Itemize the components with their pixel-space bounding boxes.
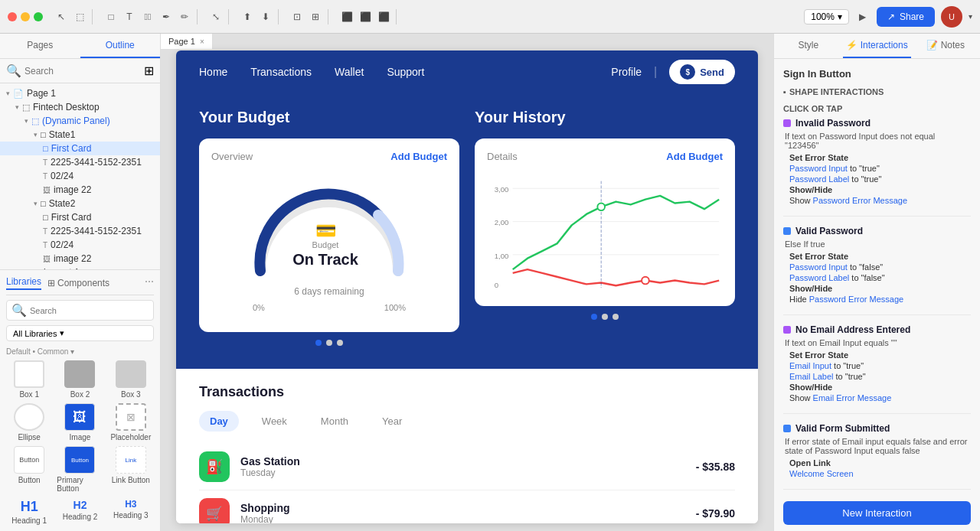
page-icon: 📄 xyxy=(13,89,24,99)
page-tab-close-icon[interactable]: × xyxy=(200,37,204,46)
libraries-tab[interactable]: Libraries xyxy=(6,276,41,290)
tree-item-date-1[interactable]: T 02/24 xyxy=(0,169,160,183)
svg-text:On Track: On Track xyxy=(292,251,358,268)
tree-item-first-card-1[interactable]: □ First Card xyxy=(0,142,160,155)
nav-transactions[interactable]: Transactions xyxy=(250,66,312,78)
invalid-password-badge xyxy=(783,119,791,127)
history-dot-3 xyxy=(612,314,619,320)
nav-profile[interactable]: Profile xyxy=(611,66,642,78)
pen-icon[interactable]: ✒ xyxy=(158,9,174,24)
gauge-container: 💳 Budget On Track 6 days remaining 0% 10… xyxy=(211,171,447,320)
tree-item-page1[interactable]: ▾ 📄 Page 1 xyxy=(0,86,160,100)
right-panel: Style ⚡ Interactions 📝 Notes Sign In But… xyxy=(773,34,980,531)
play-icon[interactable]: ▶ xyxy=(855,9,871,24)
lib-item-placeholder[interactable]: ⊠ Placeholder xyxy=(108,403,154,441)
invalid-password-action-1: Set Error State xyxy=(783,153,971,162)
notes-tab[interactable]: 📝 Notes xyxy=(911,34,980,58)
send-button[interactable]: $ Send xyxy=(669,60,735,84)
tree-item-card-number-1[interactable]: T 2225-3441-5152-2351 xyxy=(0,155,160,169)
tree-item-image-1[interactable]: 🖼 image 22 xyxy=(0,183,160,197)
search-input[interactable] xyxy=(24,66,141,77)
lib-dropdown-arrow-icon: ▾ xyxy=(60,328,64,338)
tree-item-date-2[interactable]: T 02/24 xyxy=(0,238,160,252)
lib-item-primary-button[interactable]: Button Primary Button xyxy=(57,446,103,493)
lib-search-input[interactable] xyxy=(30,306,149,315)
user-avatar[interactable]: U xyxy=(941,6,962,28)
zoom-icon[interactable]: ⊞ xyxy=(308,9,323,24)
tab-week[interactable]: Week xyxy=(251,411,298,432)
history-card-label: Details xyxy=(487,151,518,162)
tool-group-misc: ⬛ ⬛ ⬛ xyxy=(335,9,397,24)
heading1-item[interactable]: H1 Heading 1 xyxy=(6,499,52,525)
h3-label: Heading 3 xyxy=(113,511,149,520)
placeholder-preview: ⊠ xyxy=(116,403,146,431)
pencil-icon[interactable]: ✏ xyxy=(177,9,192,24)
budget-add-action[interactable]: Add Budget xyxy=(390,151,447,162)
rectangle-icon[interactable]: □ xyxy=(103,9,119,24)
lib-item-image[interactable]: 🖼 Image xyxy=(57,403,103,441)
filter-icon[interactable]: ⊞ xyxy=(144,64,154,78)
tree-item-dynamic-panel[interactable]: ▾ ⬚ (Dynamic Panel) xyxy=(0,114,160,128)
zoom-selector[interactable]: 100% ▾ xyxy=(804,9,849,24)
tab-month[interactable]: Month xyxy=(310,411,359,432)
budget-title: Your Budget xyxy=(199,109,459,126)
lib-dropdown[interactable]: All Libraries ▾ xyxy=(6,325,154,341)
box1-label: Box 1 xyxy=(19,390,39,399)
maximize-dot[interactable] xyxy=(34,12,43,21)
text-icon[interactable]: T xyxy=(122,9,137,24)
transaction-name-2: Shopping xyxy=(240,502,696,514)
app-navbar: Home Transactions Wallet Support Profile… xyxy=(176,50,758,93)
nav-links: Home Transactions Wallet Support xyxy=(199,66,424,78)
page-tab[interactable]: Page 1 × xyxy=(161,34,213,49)
transaction-icon-1: ⛽ xyxy=(199,451,230,482)
lib-item-link-button[interactable]: Link Link Button xyxy=(108,446,154,493)
tree-label-fintech: Fintech Desktop xyxy=(33,102,100,112)
pages-tab[interactable]: Pages xyxy=(0,34,80,58)
interactions-tab[interactable]: ⚡ Interactions xyxy=(843,34,912,58)
heading3-item[interactable]: H3 Heading 3 xyxy=(108,499,154,525)
text-icon-3: T xyxy=(43,227,47,236)
align-top-icon[interactable]: ⬆ xyxy=(240,9,255,24)
close-dot[interactable] xyxy=(8,12,17,21)
share-button[interactable]: ↗ Share xyxy=(877,7,935,27)
tree-item-state2[interactable]: ▾ □ State2 xyxy=(0,197,160,210)
lib-item-box1[interactable]: Box 1 xyxy=(6,360,52,399)
tree-item-state1[interactable]: ▾ □ State1 xyxy=(0,128,160,142)
align-center-icon[interactable]: ⬇ xyxy=(258,9,273,24)
new-interaction-button[interactable]: New Interaction xyxy=(783,501,971,525)
tool-group-select: ↖ ⬚ xyxy=(49,9,93,24)
heading2-item[interactable]: H2 Heading 2 xyxy=(57,499,103,525)
lib-item-box3[interactable]: Box 3 xyxy=(108,360,154,399)
row-icon[interactable]: ⬛ xyxy=(358,9,373,24)
lib-item-ellipse[interactable]: Ellipse xyxy=(6,403,52,441)
tree-item-fintech[interactable]: ▾ ⬚ Fintech Desktop xyxy=(0,100,160,114)
history-add-action[interactable]: Add Budget xyxy=(666,151,723,162)
column-icon[interactable]: ⬛ xyxy=(339,9,354,24)
nav-home[interactable]: Home xyxy=(199,66,227,78)
lib-item-box2[interactable]: Box 2 xyxy=(57,360,103,399)
lib-options-icon[interactable]: ⋯ xyxy=(145,276,154,290)
outline-tab[interactable]: Outline xyxy=(80,34,161,58)
tab-day[interactable]: Day xyxy=(199,411,239,432)
flow-icon[interactable]: ⬚⃝ xyxy=(140,9,155,24)
crop-icon[interactable]: ⊡ xyxy=(289,9,305,24)
fit-icon[interactable]: ⤡ xyxy=(208,9,224,24)
nav-support[interactable]: Support xyxy=(387,66,424,78)
tree-item-card-number-2[interactable]: T 2225-3441-5152-2351 xyxy=(0,224,160,238)
no-email-action-2: Show/Hide xyxy=(783,383,971,392)
pointer-icon[interactable]: ↖ xyxy=(54,9,69,24)
lib-item-button[interactable]: Button Button xyxy=(6,446,52,493)
tab-year[interactable]: Year xyxy=(371,411,413,432)
gauge-svg: 💳 Budget On Track xyxy=(245,179,413,286)
nav-wallet[interactable]: Wallet xyxy=(335,66,364,78)
grid-icon[interactable]: ⬛ xyxy=(376,9,391,24)
link-button-preview: Link xyxy=(116,446,146,474)
avatar-chevron-icon: ▾ xyxy=(969,12,972,21)
select-icon[interactable]: ⬚ xyxy=(72,9,87,24)
tree-item-image-2[interactable]: 🖼 image 22 xyxy=(0,252,160,266)
minimize-dot[interactable] xyxy=(21,12,30,21)
components-tab[interactable]: ⊞ Components xyxy=(47,276,109,290)
tree-item-first-card-2[interactable]: □ First Card xyxy=(0,210,160,224)
gauge-min: 0% xyxy=(253,303,265,312)
style-tab[interactable]: Style xyxy=(774,34,843,58)
